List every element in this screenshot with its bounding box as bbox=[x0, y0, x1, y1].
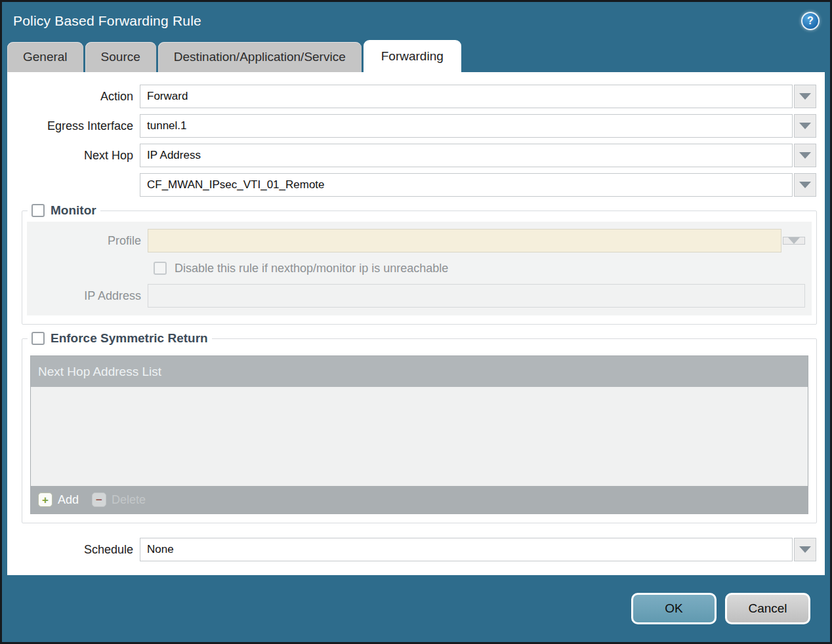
next-hop-type-select[interactable]: IP Address bbox=[140, 144, 816, 167]
disable-rule-row: Disable this rule if nexthop/monitor ip … bbox=[154, 258, 808, 278]
egress-interface-dropdown-button[interactable] bbox=[794, 114, 816, 138]
egress-interface-value[interactable]: tunnel.1 bbox=[140, 114, 793, 138]
action-dropdown-button[interactable] bbox=[794, 85, 816, 108]
action-label: Action bbox=[7, 90, 140, 104]
help-icon[interactable]: ? bbox=[801, 12, 820, 30]
next-hop-address-row: CF_MWAN_IPsec_VTI_01_Remote bbox=[7, 173, 816, 197]
chevron-down-icon bbox=[799, 546, 811, 553]
profile-dropdown-button bbox=[783, 237, 805, 245]
action-select[interactable]: Forward bbox=[140, 85, 816, 108]
next-hop-address-list-toolbar: + Add − Delete bbox=[31, 486, 808, 513]
enforce-symmetric-return-legend-label: Enforce Symmetric Return bbox=[51, 331, 208, 346]
monitor-group: Monitor Profile Disable this rule if nex… bbox=[22, 203, 817, 325]
tab-bar: General Source Destination/Application/S… bbox=[2, 40, 830, 72]
chevron-down-icon bbox=[799, 182, 811, 188]
delete-button: − Delete bbox=[92, 493, 146, 507]
tab-source[interactable]: Source bbox=[85, 42, 156, 72]
next-hop-address-dropdown-button[interactable] bbox=[794, 173, 816, 197]
schedule-row: Schedule None bbox=[7, 538, 816, 561]
egress-interface-select[interactable]: tunnel.1 bbox=[140, 114, 816, 138]
monitor-checkbox[interactable] bbox=[31, 204, 45, 217]
tab-forwarding[interactable]: Forwarding bbox=[364, 40, 461, 72]
disable-rule-label: Disable this rule if nexthop/monitor ip … bbox=[175, 262, 448, 275]
forwarding-tab-panel: Action Forward Egress Interface tunnel.1… bbox=[7, 72, 825, 575]
chevron-down-icon bbox=[799, 123, 811, 129]
egress-interface-row: Egress Interface tunnel.1 bbox=[7, 114, 816, 138]
monitor-ip-address-input bbox=[148, 284, 805, 308]
next-hop-address-select[interactable]: CF_MWAN_IPsec_VTI_01_Remote bbox=[140, 173, 816, 197]
next-hop-dropdown-button[interactable] bbox=[794, 144, 816, 167]
delete-button-label: Delete bbox=[112, 493, 146, 507]
egress-interface-label: Egress Interface bbox=[7, 119, 140, 133]
next-hop-row: Next Hop IP Address bbox=[7, 144, 816, 167]
next-hop-type-value[interactable]: IP Address bbox=[140, 144, 793, 167]
cancel-button[interactable]: Cancel bbox=[725, 593, 810, 624]
action-value[interactable]: Forward bbox=[140, 85, 793, 108]
profile-label: Profile bbox=[27, 234, 148, 248]
next-hop-label: Next Hop bbox=[7, 149, 140, 163]
tab-destination-application-service[interactable]: Destination/Application/Service bbox=[158, 42, 362, 72]
add-button[interactable]: + Add bbox=[38, 493, 79, 507]
monitor-legend: Monitor bbox=[28, 203, 100, 218]
next-hop-address-value[interactable]: CF_MWAN_IPsec_VTI_01_Remote bbox=[140, 173, 793, 197]
add-button-label: Add bbox=[58, 493, 79, 507]
ok-button[interactable]: OK bbox=[631, 593, 717, 624]
dialog-title: Policy Based Forwarding Rule bbox=[13, 13, 201, 29]
enforce-symmetric-return-legend: Enforce Symmetric Return bbox=[28, 331, 212, 346]
enforce-symmetric-return-group: Enforce Symmetric Return Next Hop Addres… bbox=[22, 331, 817, 523]
chevron-down-icon bbox=[799, 152, 811, 159]
enforce-symmetric-return-checkbox[interactable] bbox=[31, 332, 45, 345]
monitor-ip-address-row: IP Address bbox=[27, 284, 808, 308]
schedule-value[interactable]: None bbox=[140, 538, 793, 561]
profile-value bbox=[148, 229, 781, 252]
chevron-down-icon bbox=[799, 93, 811, 100]
schedule-label: Schedule bbox=[7, 543, 140, 557]
monitor-ip-address-label: IP Address bbox=[27, 289, 148, 303]
next-hop-address-list-header: Next Hop Address List bbox=[31, 356, 808, 387]
chevron-down-icon bbox=[788, 237, 800, 244]
tab-general[interactable]: General bbox=[7, 42, 83, 72]
disable-rule-checkbox bbox=[154, 262, 167, 275]
dialog-titlebar: Policy Based Forwarding Rule ? bbox=[2, 2, 830, 40]
add-icon: + bbox=[38, 493, 52, 507]
next-hop-address-list-body[interactable] bbox=[31, 387, 808, 486]
dialog-footer: OK Cancel bbox=[2, 575, 830, 624]
action-row: Action Forward bbox=[7, 85, 816, 108]
monitor-panel: Profile Disable this rule if nexthop/mon… bbox=[27, 222, 812, 315]
monitor-legend-label: Monitor bbox=[51, 203, 96, 218]
schedule-dropdown-button[interactable] bbox=[794, 538, 816, 561]
next-hop-address-list-table: Next Hop Address List + Add − Delete bbox=[30, 355, 808, 514]
delete-icon: − bbox=[92, 493, 106, 507]
schedule-select[interactable]: None bbox=[140, 538, 816, 561]
profile-row: Profile bbox=[27, 229, 808, 252]
